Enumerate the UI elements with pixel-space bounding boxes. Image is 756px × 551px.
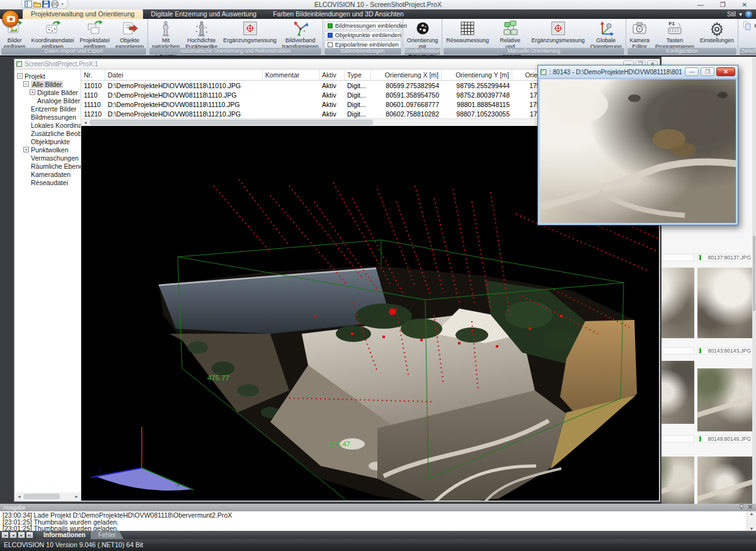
tree-item-réseaudatei[interactable]: Réseaudatei <box>15 178 81 186</box>
bildverband-transformieren-button[interactable]: Bildverband transformieren <box>280 20 321 50</box>
expand-icon[interactable]: + <box>30 89 35 95</box>
expand-icon[interactable]: + <box>23 147 29 152</box>
tree-item-objektpunkte[interactable]: Objektpunkte <box>15 137 81 145</box>
output-header[interactable]: Ausgabe <box>0 504 756 511</box>
kopieren-button[interactable]: Kopieren <box>740 20 756 31</box>
checkbox-bildmessungen-einblenden[interactable]: Bildmessungen einblenden <box>324 21 401 30</box>
tree-item-lokales-koordinatensyst[interactable]: Lokales Koordinatensyst <box>15 121 81 129</box>
tasten-programmieren-button[interactable]: F1Tasten Programmieren <box>653 20 697 50</box>
thumbnail-scrollbar[interactable] <box>752 57 756 504</box>
output-tab-fehler[interactable]: Fehler <box>91 531 123 539</box>
output-tab-informationen[interactable]: Informationen <box>36 531 93 539</box>
tree-item-label: Punktwolken <box>31 146 69 154</box>
réseaumessung-button[interactable]: Réseaumessung <box>444 20 491 43</box>
style-menu[interactable]: Stil <box>727 11 736 18</box>
tree-item-bildmessungen[interactable]: Bildmessungen <box>15 113 81 121</box>
image-maximize-button[interactable]: ❐ <box>701 67 714 76</box>
tree-item-alle-bilder[interactable]: −Alle Bilder <box>15 80 81 88</box>
thumbnail-item[interactable] <box>662 435 694 504</box>
thumbnail-item[interactable] <box>662 254 694 338</box>
output-scrollbar[interactable]: ▲▼ <box>747 511 756 531</box>
checkbox-state-icon[interactable] <box>328 23 333 28</box>
einstellungen-button[interactable]: Einstellungen <box>697 20 736 43</box>
image-window-title: : 80143 - D:\DemoProjekteHD\OVW081118\80… <box>549 69 682 76</box>
thumbnail-image[interactable] <box>697 368 753 431</box>
tree-item-projekt[interactable]: −Projekt <box>15 72 81 80</box>
thumbnail-item[interactable]: 80143:80143.JPG <box>697 347 753 424</box>
checkbox-state-icon[interactable] <box>328 42 333 47</box>
minimize-button[interactable]: — <box>697 1 704 8</box>
thumbnail-item[interactable]: 80149:80149.JPG <box>697 435 753 504</box>
tree-item-räumliche-ebenen[interactable]: Räumliche Ebenen <box>15 162 81 170</box>
ribbon-tab-farben-bildeinblendungen-und-3d-ansichten[interactable]: Farben Bildeinblendungen und 3D Ansichte… <box>265 9 412 19</box>
tree-horizontal-scrollbar[interactable]: ◂ ▸ <box>15 492 81 501</box>
thumbnail-image[interactable] <box>662 361 694 424</box>
scroll-left-icon[interactable]: ◂ <box>15 492 23 501</box>
ergänzungsmessung-button[interactable]: Ergänzungsmessung <box>529 20 587 43</box>
maximize-button[interactable]: ❐ <box>720 1 726 8</box>
scrollbar-thumb[interactable] <box>89 120 373 125</box>
tree-item-analoge-bilder[interactable]: Analoge Bilder <box>15 96 81 105</box>
tree-item-digitale-bilder[interactable]: +Digitale Bilder <box>15 88 81 96</box>
scroll-up-icon: ▲ <box>750 511 754 516</box>
prev-tab-icon[interactable]: ◂ <box>9 531 17 538</box>
objekte-exportieren-button[interactable]: Objekte exportieren <box>113 20 146 50</box>
ribbon-tab-projektverwaltung-und-orientierung[interactable]: Projektverwaltung und Orientierung <box>23 9 143 19</box>
thumbnail-image[interactable] <box>662 268 694 338</box>
log-line: [23:01:25] Thumbnails wurden geladen. <box>3 525 753 531</box>
thumbnail-item[interactable]: 80137:80137.JPG <box>697 254 753 338</box>
tree-item-entzerrte-bilder[interactable]: Entzerrte Bilder <box>15 105 81 113</box>
tree-item-punktwolken[interactable]: +Punktwolken <box>15 145 81 154</box>
first-tab-icon[interactable]: |◂ <box>1 531 9 538</box>
scrollbar-thumb[interactable] <box>23 494 60 499</box>
style-menu-arrow-icon[interactable]: ▾ <box>739 11 742 18</box>
thumbnail-filename: 80143:80143.JPG <box>707 348 751 354</box>
tree-item-kameradaten[interactable]: Kameradaten <box>15 170 81 178</box>
globale-orientierung-button[interactable]: Globale Orientierung <box>588 20 624 50</box>
scrollbar-thumb[interactable] <box>753 236 755 311</box>
collapse-icon[interactable]: − <box>17 73 23 79</box>
column-header-orientierung-x-m[interactable]: Orientierung X [m] <box>371 70 442 80</box>
dimension-label-width: 475.77 <box>207 374 229 382</box>
tree-item-label: Bildmessungen <box>31 113 76 121</box>
cell-aktiv: Aktiv <box>319 101 345 108</box>
image-window-titlebar[interactable]: : 80143 - D:\DemoProjekteHD\OVW081118\80… <box>538 65 738 79</box>
thumbnail-item[interactable] <box>662 347 694 424</box>
output-log[interactable]: [23:00:34] Lade Projekt D:\DemoProjekteH… <box>0 511 756 531</box>
image-minimize-button[interactable]: — <box>685 67 699 76</box>
ergänzungsmessung-button[interactable]: Ergänzungsmessung <box>220 20 279 43</box>
column-header-orientierung-y-m[interactable]: Orientierung Y [m] <box>442 70 512 80</box>
group-label: Daten Import und Export <box>1 48 146 55</box>
checkbox-objektpunkte-einblenden[interactable]: Objektpunkte einblenden <box>324 31 401 39</box>
koordinatendatei-einfügen-button[interactable]: Koordinatendatei einfügen <box>29 20 77 50</box>
column-header-kommentar[interactable]: Kommentar <box>263 70 319 80</box>
thumbnail-image[interactable] <box>697 457 753 504</box>
scroll-right-icon[interactable]: ▸ <box>72 492 81 501</box>
ribbon-tab-digitale-entzerrung-und-auswertung[interactable]: Digitale Entzerrung und Auswertung <box>143 9 265 19</box>
close-button[interactable]: ✕ <box>742 1 747 8</box>
tree-item-zusätzliche-beobachtun[interactable]: Zusätzliche Beobachtun <box>15 129 81 137</box>
button-label: Ergänzungsmessung <box>531 37 585 43</box>
thumbnail-image[interactable] <box>662 457 694 504</box>
last-tab-icon[interactable]: ▸| <box>26 531 33 538</box>
projektdatei-einfügen-button[interactable]: Projektdatei einfügen <box>77 20 113 50</box>
checkbox-state-icon[interactable] <box>328 33 333 38</box>
cell-orientierung-x-m: 80601.097668777 <box>371 101 442 108</box>
hochdichte-punktewolke-button[interactable]: Hochdichte Punktewolke <box>183 20 220 50</box>
kamera-editor-button[interactable]: Kamera Editor <box>627 20 653 50</box>
aerial-photo[interactable] <box>540 79 736 223</box>
application-button[interactable] <box>2 10 19 27</box>
column-header-aktiv[interactable]: Aktiv <box>319 70 345 80</box>
image-close-button[interactable]: ✕ <box>716 67 735 76</box>
column-header-datei[interactable]: Datei <box>105 70 263 80</box>
collapse-icon[interactable]: − <box>23 81 29 87</box>
column-header-nr[interactable]: Nr. <box>81 70 105 80</box>
output-title: Ausgabe <box>3 504 26 511</box>
column-header-type[interactable]: Type <box>345 70 371 80</box>
tree-item-vermaschungen[interactable]: Vermaschungen <box>15 154 81 162</box>
close-panel-icon[interactable] <box>748 504 753 511</box>
pin-icon[interactable] <box>739 504 744 511</box>
next-tab-icon[interactable]: ▸ <box>18 531 25 538</box>
thumbnail-image[interactable] <box>697 268 753 338</box>
help-icon[interactable]: ? <box>745 11 752 18</box>
